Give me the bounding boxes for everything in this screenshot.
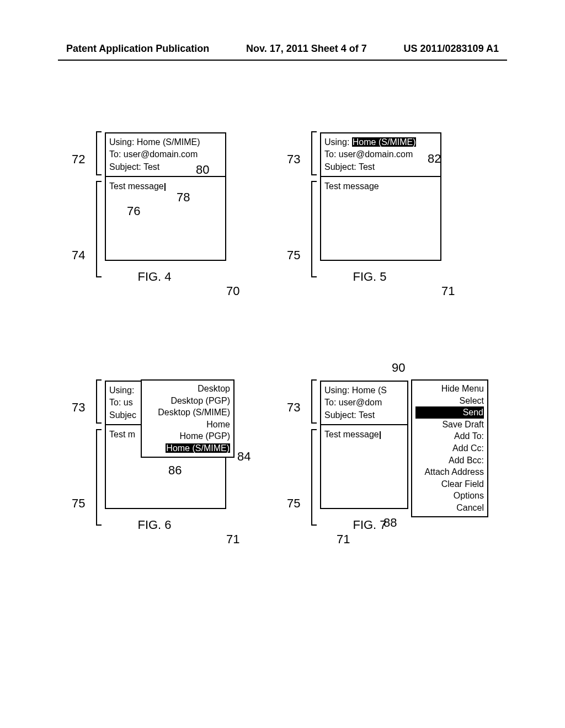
to-value: user@domain.com [339,149,413,159]
figure-label: FIG. 4 [94,270,215,284]
reference-numeral: 73 [287,152,300,167]
body-text: Test message [109,181,164,191]
bracket-icon [96,181,102,277]
dropdown-option[interactable]: Home [145,419,230,431]
menu-item-cancel[interactable]: Cancel [415,502,484,514]
context-menu[interactable]: Hide Menu Select Send Save Draft Add To:… [411,379,488,517]
bracket-icon [96,379,102,424]
compose-header-fields: Using: Home (S To: user@dom Subject: Tes… [321,382,407,425]
to-label: To: [324,398,336,407]
dropdown-option-selected[interactable]: Home (S/MIME) [145,442,230,454]
email-compose-screen: Using: Home (S/MIME) To: user@domain.com… [320,132,441,261]
menu-item-add-cc[interactable]: Add Cc: [415,442,484,454]
using-label: Using: [109,137,134,147]
reference-numeral: 84 [237,449,250,464]
menu-item-add-bcc[interactable]: Add Bcc: [415,454,484,467]
bracket-icon [96,131,102,175]
reference-numeral: 74 [72,248,85,263]
to-field[interactable]: To: user@dom [324,397,404,409]
to-value-partial: To: us [109,398,133,407]
dropdown-option-selected-text: Home (S/MIME) [166,443,230,453]
menu-item-attach-address[interactable]: Attach Address [415,466,484,478]
email-compose-screen: Using: Home (S/MIME) To: user@domain.com… [105,132,226,261]
reference-numeral: 71 [337,532,350,547]
header-mid: Nov. 17, 2011 Sheet 4 of 7 [246,43,367,55]
header-left: Patent Application Publication [66,43,209,55]
dropdown-option[interactable]: Home (PGP) [145,430,230,442]
drawing-area: Using: Home (S/MIME) To: user@domain.com… [0,110,565,728]
menu-item-select[interactable]: Select [415,395,484,407]
reference-numeral: 71 [441,284,455,298]
dropdown-option[interactable]: Desktop (PGP) [145,395,230,407]
header-rule [58,60,507,61]
compose-body[interactable]: Test message [321,425,407,508]
body-text-partial: Test m [109,430,135,439]
dropdown-option[interactable]: Desktop [145,383,230,395]
text-cursor-icon [380,431,381,439]
bracket-icon [311,429,317,526]
to-value: user@domain.com [124,149,198,159]
figure-6: Using: To: us Subjec Test m Desktop Desk… [72,381,281,532]
reference-numeral: 75 [287,496,300,511]
reference-numeral: 90 [392,361,405,375]
bracket-icon [311,379,317,424]
reference-numeral: 78 [177,190,190,205]
using-value: Home (S/MIME) [137,137,200,147]
subject-field[interactable]: Subject: Test [324,409,404,421]
menu-item-save-draft[interactable]: Save Draft [415,419,484,431]
body-text: Test message [324,430,379,439]
to-label: To: [324,149,336,159]
to-field[interactable]: To: user@domain.com [324,148,437,160]
figure-5: Using: Home (S/MIME) To: user@domain.com… [287,132,497,284]
compose-body[interactable]: Test message [106,177,225,260]
menu-item-hide-menu[interactable]: Hide Menu [415,383,484,395]
figure-label: FIG. 7 [309,518,430,532]
reference-numeral: 70 [226,284,239,298]
using-field[interactable]: Using: Home (S/MIME) [109,136,222,148]
reference-numeral: 76 [127,204,140,218]
menu-item-clear-field[interactable]: Clear Field [415,478,484,490]
reference-numeral: 75 [72,496,85,511]
reference-numeral: 86 [168,463,182,478]
subject-label: Subject: [324,410,356,420]
document-header: Patent Application Publication Nov. 17, … [0,43,565,55]
menu-item-add-to[interactable]: Add To: [415,430,484,442]
subject-label-partial: Subjec [109,410,136,420]
text-cursor-icon [164,183,166,191]
compose-body[interactable]: Test message [321,177,440,260]
bracket-icon [311,131,317,175]
using-field[interactable]: Using: Home (S [324,384,404,397]
subject-value: Test [359,162,375,172]
reference-numeral: 73 [72,400,85,415]
subject-field[interactable]: Subject: Test [324,161,437,173]
using-value-selected: Home (S/MIME) [352,137,417,147]
using-value-partial: Home (S [352,386,387,395]
reference-numeral: 73 [287,400,300,415]
using-label: Using: [324,137,349,147]
subject-label: Subject: [109,162,141,172]
reference-numeral: 72 [72,152,85,167]
using-label: Using: [109,386,134,395]
figure-4: Using: Home (S/MIME) To: user@domain.com… [72,132,281,284]
body-text: Test message [324,181,379,191]
figure-label: FIG. 5 [309,270,430,284]
header-right: US 2011/0283109 A1 [404,43,499,55]
menu-item-options[interactable]: Options [415,490,484,502]
to-field[interactable]: To: user@domain.com [109,148,222,160]
using-dropdown-menu[interactable]: Desktop Desktop (PGP) Desktop (S/MIME) H… [141,379,234,458]
compose-header-fields: Using: Home (S/MIME) To: user@domain.com… [321,133,440,177]
bracket-icon [96,429,102,526]
menu-item-send-selected[interactable]: Send [415,406,484,419]
subject-value: Test [143,162,159,172]
reference-numeral: 71 [226,532,239,547]
reference-numeral: 82 [428,152,441,166]
using-label: Using: [324,386,349,395]
using-field[interactable]: Using: Home (S/MIME) [324,136,437,148]
figure-label: FIG. 6 [94,518,215,532]
subject-label: Subject: [324,162,356,172]
reference-numeral: 75 [287,248,300,263]
email-compose-screen: Using: Home (S To: user@dom Subject: Tes… [320,381,408,509]
dropdown-option[interactable]: Desktop (S/MIME) [145,406,230,419]
to-value-partial: user@dom [339,398,382,407]
subject-value: Test [359,410,375,420]
